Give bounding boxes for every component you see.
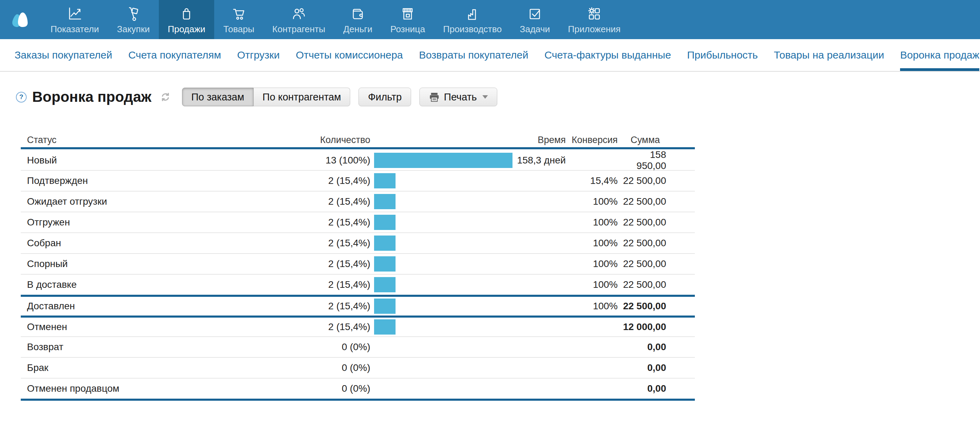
funnel-bar [374,256,396,271]
nav-item-cart[interactable]: Товары [214,0,263,39]
count-cell: 2 (15,4%) [266,301,370,312]
app-logo-icon[interactable] [10,0,30,39]
column-header-count: Количество [266,135,370,145]
bar-cell [370,256,512,271]
nav-item-shopping-bag[interactable]: Продажи [159,0,215,39]
nav-items: ПоказателиЗакупкиПродажиТоварыКонтрагент… [41,0,630,39]
count-cell: 2 (15,4%) [266,238,370,249]
sales-funnel-table: Статус Количество Время Конверсия Сумма … [21,132,695,401]
bar-cell [370,236,512,251]
status-cell: В доставке [21,279,266,290]
table-row: В доставке 2 (15,4%) 100% 22 500,00 [21,274,695,295]
table-row: Доставлен 2 (15,4%) 100% 22 500,00 [21,295,695,316]
status-cell: Собран [21,238,266,249]
nav-item-people[interactable]: Контрагенты [263,0,334,39]
table-header: Статус Количество Время Конверсия Сумма [21,132,695,149]
funnel-bar [374,215,396,230]
table-row: Ожидает отгрузки 2 (15,4%) 100% 22 500,0… [21,191,695,212]
wallet-icon [350,6,366,22]
count-cell: 2 (15,4%) [266,258,370,270]
help-icon[interactable]: ? [16,92,27,102]
nav-item-handtruck[interactable]: Закупки [108,0,159,39]
column-header-sum: Сумма [618,135,666,145]
sum-cell: 0,00 [618,341,666,353]
by-counterparties-button[interactable]: По контрагентам [254,88,350,106]
tab-shipments[interactable]: Отгрузки [237,39,280,71]
status-cell: Отгружен [21,217,266,228]
conversion-cell: 100% [566,279,618,290]
sum-cell: 22 500,00 [618,175,666,186]
funnel-bar [374,277,396,292]
nav-item-label: Задачи [520,25,550,34]
nav-item-chart-line[interactable]: Показатели [41,0,108,39]
section-tabs: Заказы покупателейСчета покупателямОтгру… [0,39,980,72]
nav-item-label: Производство [443,25,502,34]
bar-cell [370,319,512,335]
tab-customer-returns[interactable]: Возвраты покупателей [419,39,528,71]
nav-item-storefront[interactable]: Розница [381,0,434,39]
tab-sales-funnel[interactable]: Воронка продаж [900,39,979,71]
column-header-status: Статус [21,135,266,145]
print-button-label: Печать [444,91,477,103]
table-row: Отменен продавцом 0 (0%) 0,00 [21,378,695,399]
conversion-cell: 100% [566,238,618,249]
count-cell: 2 (15,4%) [266,196,370,207]
sum-cell: 158 950,00 [618,149,666,171]
bar-cell [370,153,512,168]
nav-item-label: Товары [223,25,254,34]
tab-customer-invoices[interactable]: Счета покупателям [128,39,221,71]
sum-cell: 0,00 [618,383,666,394]
conversion-cell: 100% [566,301,618,312]
tab-issued-invoices[interactable]: Счета-фактуры выданные [544,39,671,71]
nav-item-wallet[interactable]: Деньги [334,0,381,39]
print-button[interactable]: Печать [419,88,497,106]
nav-item-label: Приложения [568,25,620,34]
status-cell: Новый [21,155,266,166]
status-cell: Спорный [21,258,266,270]
table-row: Спорный 2 (15,4%) 100% 22 500,00 [21,253,695,274]
bar-cell [370,173,512,188]
nav-item-label: Закупки [117,25,150,34]
sum-cell: 22 500,00 [618,258,666,270]
count-cell: 2 (15,4%) [266,279,370,290]
by-orders-button[interactable]: По заказам [182,88,254,106]
tab-goods-on-consignment[interactable]: Товары на реализации [774,39,884,71]
sum-cell: 22 500,00 [618,238,666,249]
bar-cell [370,298,512,314]
funnel-bar [374,298,396,314]
filter-button[interactable]: Фильтр [358,88,411,106]
funnel-bar [374,319,396,335]
status-cell: Возврат [21,341,266,353]
chevron-down-icon [482,95,488,99]
status-cell: Отменен [21,321,266,332]
bar-cell [370,194,512,209]
nav-item-apps-grid[interactable]: Приложения [559,0,630,39]
funnel-bar [374,153,512,168]
table-row: Отменен 2 (15,4%) 12 000,00 [21,316,695,336]
sum-cell: 22 500,00 [618,279,666,290]
count-cell: 2 (15,4%) [266,321,370,332]
count-cell: 13 (100%) [266,155,370,166]
table-row: Новый 13 (100%) 158,3 дней 158 950,00 [21,149,695,170]
count-cell: 0 (0%) [266,383,370,394]
table-row: Брак 0 (0%) 0,00 [21,357,695,378]
tab-customer-orders[interactable]: Заказы покупателей [14,39,112,71]
time-cell: 158,3 дней [512,155,566,166]
nav-item-task-check[interactable]: Задачи [511,0,559,39]
page-title: Воронка продаж [32,89,151,105]
tab-commissioner-reports[interactable]: Отчеты комиссионера [296,39,403,71]
tab-profitability[interactable]: Прибыльность [687,39,758,71]
conversion-cell: 100% [566,258,618,270]
sum-cell: 22 500,00 [618,301,666,312]
nav-item-label: Продажи [168,25,205,34]
refresh-icon[interactable] [159,91,172,103]
bar-cell [370,215,512,230]
table-row: Отгружен 2 (15,4%) 100% 22 500,00 [21,212,695,232]
column-header-time: Время [512,135,566,145]
nav-item-label: Деньги [343,25,372,34]
table-row: Подтвержден 2 (15,4%) 15,4% 22 500,00 [21,170,695,191]
status-cell: Подтвержден [21,175,266,186]
table-row: Собран 2 (15,4%) 100% 22 500,00 [21,232,695,253]
nav-item-factory[interactable]: Производство [434,0,511,39]
shopping-bag-icon [178,6,195,22]
